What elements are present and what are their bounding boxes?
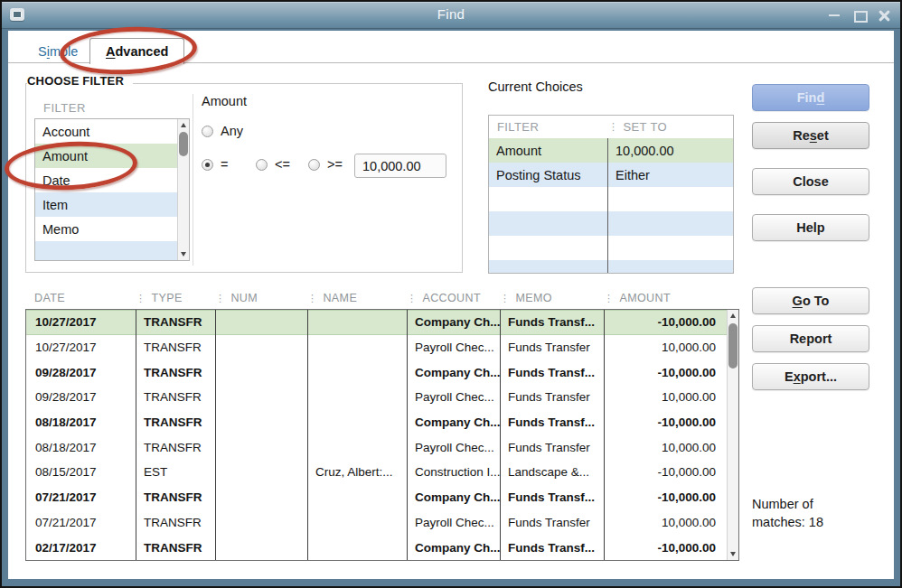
result-cell: Funds Transfer [501, 434, 605, 460]
results-header: DATE⋮TYPE⋮NUM⋮NAME⋮ACCOUNT⋮MEMO⋮AMOUNT [25, 287, 726, 309]
result-cell: TRANSFR [136, 535, 216, 560]
scroll-up-icon[interactable] [178, 119, 189, 131]
result-cell: 09/28/2017 [26, 359, 136, 385]
column-header-filter[interactable]: FILTER [489, 120, 608, 134]
results-column-header[interactable]: ⋮TYPE [136, 292, 215, 304]
result-row[interactable]: 08/18/2017TRANSFRPayroll Chec...Funds Tr… [26, 434, 727, 460]
result-cell [308, 510, 408, 536]
result-cell [308, 385, 408, 410]
radio-button-icon[interactable] [308, 159, 320, 171]
result-cell: -10,000.00 [605, 460, 727, 485]
result-cell [216, 310, 308, 335]
result-row[interactable]: 08/18/2017TRANSFRCompany Ch...Funds Tran… [26, 410, 727, 435]
results-column-header[interactable]: ⋮AMOUNT [604, 292, 726, 304]
result-cell: Payroll Chec... [408, 335, 501, 360]
scroll-down-icon[interactable] [178, 248, 189, 260]
filter-list-item[interactable]: Amount [35, 144, 177, 168]
result-cell: 08/15/2017 [26, 460, 136, 485]
filter-list-scrollbar[interactable] [177, 119, 189, 260]
radio-any[interactable]: Any [202, 124, 243, 138]
filter-list-item[interactable]: Item [35, 192, 177, 217]
result-cell: Cruz, Albert:... [308, 460, 408, 485]
title-bar[interactable]: Find [2, 2, 900, 29]
current-choices-row[interactable] [489, 187, 733, 211]
result-cell: 10,000.00 [605, 385, 727, 410]
tab-advanced[interactable]: Advanced [89, 38, 184, 64]
find-window: Find Simple Advanced CHOOSE FILTER FILTE… [0, 0, 902, 588]
result-row[interactable]: 10/27/2017TRANSFRPayroll Chec...Funds Tr… [26, 335, 727, 360]
radio-le[interactable]: <= [256, 157, 290, 172]
radio-button-icon[interactable] [256, 159, 268, 171]
column-header-set-to[interactable]: ⋮ SET TO [608, 120, 667, 134]
radio-button-icon[interactable] [202, 126, 213, 137]
filter-list[interactable]: AccountAmountDateItemMemo [34, 118, 190, 261]
radio-button-icon[interactable] [202, 159, 213, 171]
result-row[interactable]: 09/28/2017TRANSFRPayroll Chec...Funds Tr… [26, 385, 727, 410]
result-cell: Construction I... [408, 460, 501, 485]
radio-ge[interactable]: >= [308, 157, 343, 172]
filter-list-item[interactable]: Memo [35, 217, 177, 241]
result-cell: TRANSFR [136, 385, 216, 410]
result-cell: Payroll Chec... [408, 434, 501, 460]
amount-panel-title: Amount [202, 94, 247, 108]
results-column-header[interactable]: ⋮NUM [215, 292, 307, 304]
result-cell: Company Ch... [408, 535, 501, 560]
find-button[interactable]: Find [752, 84, 869, 111]
result-row[interactable]: 02/17/2017TRANSFRCompany Ch...Funds Tran… [26, 535, 727, 560]
result-row[interactable]: 08/15/2017ESTCruz, Albert:...Constructio… [26, 460, 727, 485]
result-cell: 08/18/2017 [26, 410, 136, 435]
current-choices-row[interactable]: Posting StatusEither [489, 163, 733, 187]
maximize-icon[interactable] [853, 9, 866, 22]
result-row[interactable]: 07/21/2017TRANSFRCompany Ch...Funds Tran… [26, 485, 727, 510]
current-choices-row[interactable] [489, 211, 733, 236]
scroll-thumb[interactable] [728, 323, 738, 369]
result-cell [308, 359, 408, 385]
choose-filter-legend: CHOOSE FILTER [27, 72, 133, 89]
result-cell: Funds Transfer [501, 385, 605, 410]
result-cell: Funds Transfer [501, 335, 605, 360]
filter-list-item[interactable] [35, 241, 177, 261]
result-row[interactable]: 07/21/2017TRANSFRPayroll Chec...Funds Tr… [26, 510, 727, 536]
result-cell [216, 434, 308, 460]
result-cell [216, 335, 308, 360]
column-separator-icon: ⋮ [608, 121, 618, 133]
radio-eq[interactable]: = [202, 157, 228, 172]
results-column-header[interactable]: ⋮MEMO [500, 292, 604, 304]
report-button[interactable]: Report [752, 325, 869, 352]
filter-list-item[interactable]: Date [35, 168, 177, 192]
current-choices-row[interactable] [489, 236, 733, 260]
results-column-header[interactable]: ⋮ACCOUNT [407, 292, 500, 304]
close-button[interactable]: Close [752, 168, 869, 195]
reset-button[interactable]: Reset [752, 122, 869, 149]
result-row[interactable]: 09/28/2017TRANSFRCompany Ch...Funds Tran… [26, 359, 727, 385]
scroll-up-icon[interactable] [728, 310, 738, 322]
result-cell: Landscape &... [501, 460, 605, 485]
current-choices-row[interactable]: Amount10,000.00 [489, 138, 733, 163]
current-choices-row[interactable] [489, 260, 733, 274]
close-icon[interactable] [879, 9, 891, 22]
result-cell: Funds Transf... [501, 485, 605, 510]
result-cell: TRANSFR [136, 410, 216, 435]
result-cell: -10,000.00 [605, 535, 727, 560]
filter-list-item[interactable]: Account [35, 119, 177, 144]
current-choices-title: Current Choices [488, 79, 583, 94]
scroll-down-icon[interactable] [728, 548, 738, 560]
results-column-header[interactable]: ⋮NAME [307, 292, 407, 304]
go-to-button[interactable]: Go To [752, 287, 869, 314]
export-button[interactable]: Export... [752, 363, 869, 390]
result-cell [308, 535, 408, 560]
amount-value-input[interactable] [354, 154, 446, 178]
minimize-icon[interactable] [828, 9, 841, 22]
result-row[interactable]: 10/27/2017TRANSFRCompany Ch...Funds Tran… [26, 310, 727, 335]
result-cell: TRANSFR [136, 335, 216, 360]
help-button[interactable]: Help [752, 214, 869, 241]
result-cell: Funds Transf... [501, 535, 605, 560]
tab-simple[interactable]: Simple [25, 39, 90, 63]
result-cell: TRANSFR [136, 310, 216, 335]
results-scrollbar[interactable] [727, 310, 738, 560]
column-separator-icon: ⋮ [136, 293, 146, 304]
result-cell: TRANSFR [136, 510, 216, 536]
scroll-thumb[interactable] [179, 132, 188, 156]
result-cell [216, 385, 308, 410]
results-column-header[interactable]: DATE [25, 292, 136, 304]
